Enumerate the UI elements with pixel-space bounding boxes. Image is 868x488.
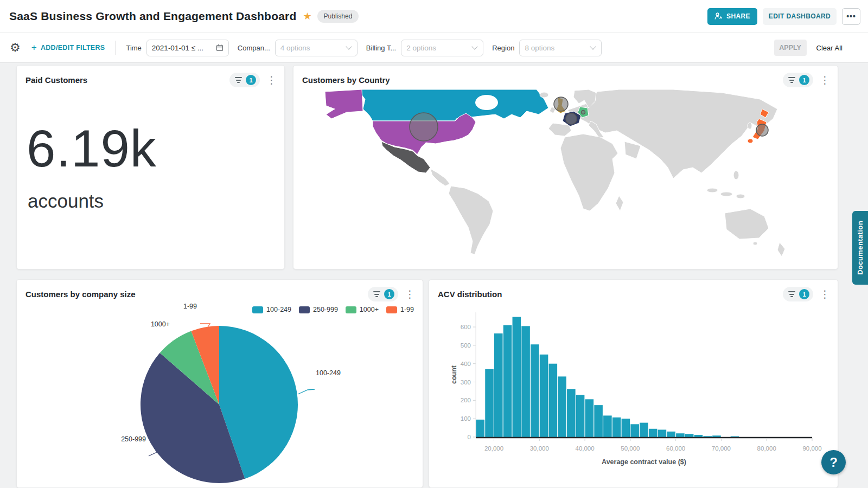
- more-options-button[interactable]: •••: [842, 8, 860, 25]
- filter-group-region: Region 8 options: [492, 40, 602, 56]
- svg-text:60,000: 60,000: [666, 445, 685, 452]
- svg-text:300: 300: [461, 379, 471, 386]
- chevron-down-icon: [346, 43, 352, 49]
- kebab-menu-icon[interactable]: ⋮: [820, 75, 830, 85]
- callout-line-100-249: [298, 389, 315, 394]
- hist-bar[interactable]: [585, 399, 594, 437]
- kebab-menu-icon[interactable]: ⋮: [820, 289, 830, 299]
- hist-bar[interactable]: [603, 415, 612, 437]
- company-filter-label: Compan...: [238, 44, 270, 52]
- indonesia-2: [720, 192, 732, 196]
- apply-button[interactable]: APPLY: [774, 40, 807, 56]
- bubble-germany[interactable]: [582, 111, 585, 114]
- hist-bar[interactable]: [640, 423, 648, 437]
- hist-bar[interactable]: [521, 326, 530, 437]
- pie-chart[interactable]: [17, 296, 424, 488]
- funnel-filter-icon: [788, 77, 795, 83]
- share-button-label: SHARE: [726, 12, 750, 20]
- widget-filter-chip[interactable]: 1: [783, 73, 813, 87]
- company-filter-value: 4 options: [280, 44, 343, 52]
- hist-bar[interactable]: [630, 424, 639, 437]
- hist-bar[interactable]: [622, 419, 630, 437]
- filter-group-company: Compan... 4 options: [238, 40, 358, 56]
- hist-bar[interactable]: [649, 429, 658, 437]
- filter-bar: ⚙ + ADD/EDIT FILTERS Time 2021-01-01 ≤ .…: [0, 33, 868, 63]
- clear-all-button[interactable]: Clear All: [816, 44, 843, 52]
- widget-filter-chip[interactable]: 1: [783, 287, 813, 301]
- hist-bar[interactable]: [731, 436, 739, 437]
- bubble-japan[interactable]: [756, 124, 768, 136]
- widget-filter-chip[interactable]: 1: [229, 73, 260, 87]
- hist-bar[interactable]: [694, 435, 703, 437]
- customers-by-company-size-card: Customers by company size 1 ⋮ 100-249250…: [16, 279, 423, 488]
- hist-bar[interactable]: [703, 436, 712, 437]
- hist-bar[interactable]: [531, 344, 539, 437]
- region-filter-label: Region: [492, 44, 514, 52]
- hist-bar[interactable]: [494, 333, 503, 437]
- hist-bar[interactable]: [667, 432, 675, 437]
- share-button[interactable]: SHARE: [707, 8, 757, 25]
- plus-icon: +: [31, 42, 37, 53]
- hist-ylabel: count: [450, 365, 458, 384]
- published-badge: Published: [317, 10, 359, 23]
- time-filter-input[interactable]: 2021-01-01 ≤ ...: [146, 40, 229, 56]
- hist-bar[interactable]: [612, 418, 621, 437]
- bubble-united-kingdom[interactable]: [554, 97, 568, 111]
- hist-bar[interactable]: [476, 420, 485, 437]
- region-filter-value: 8 options: [525, 44, 588, 52]
- filter-count-badge: 1: [799, 289, 809, 299]
- divider: [115, 41, 116, 55]
- filter-count-badge: 1: [799, 75, 809, 85]
- hist-bar[interactable]: [567, 389, 576, 437]
- hist-bar[interactable]: [712, 435, 721, 437]
- svg-text:200: 200: [461, 397, 471, 403]
- indonesia-3: [736, 194, 745, 198]
- hist-bar[interactable]: [658, 429, 667, 437]
- filter-settings-gear-icon[interactable]: ⚙: [10, 41, 21, 55]
- svg-text:20,000: 20,000: [484, 445, 503, 452]
- chevron-down-icon: [590, 43, 596, 49]
- philippines: [733, 171, 739, 179]
- hist-bar[interactable]: [576, 395, 585, 437]
- billing-filter-dropdown[interactable]: 2 options: [401, 40, 483, 56]
- country-canada: [358, 89, 548, 121]
- bubble-france[interactable]: [566, 113, 577, 124]
- paid-customers-unit: accounts: [28, 190, 284, 212]
- hist-bar[interactable]: [513, 317, 521, 437]
- hist-bar[interactable]: [676, 433, 685, 437]
- pie-label-1000plus: 1000+: [114, 320, 170, 328]
- region-filter-dropdown[interactable]: 8 options: [519, 40, 602, 56]
- time-filter-value: 2021-01-01 ≤ ...: [152, 44, 216, 52]
- hist-bar[interactable]: [485, 369, 494, 437]
- add-edit-filters-label: ADD/EDIT FILTERS: [41, 44, 105, 52]
- paid-customers-card: Paid Customers 1 ⋮ 6.19k accounts: [16, 65, 285, 269]
- svg-text:400: 400: [461, 361, 471, 367]
- favorite-star-icon[interactable]: ★: [303, 10, 311, 22]
- bubble-united-states[interactable]: [410, 113, 438, 141]
- hist-bar[interactable]: [503, 325, 512, 437]
- help-button[interactable]: ?: [821, 450, 846, 474]
- add-edit-filters-button[interactable]: + ADD/EDIT FILTERS: [31, 42, 105, 53]
- svg-text:500: 500: [461, 342, 471, 349]
- hist-bar[interactable]: [540, 355, 548, 437]
- card-title: Customers by Country: [302, 75, 390, 85]
- card-title: Paid Customers: [25, 75, 87, 85]
- hist-bar[interactable]: [549, 364, 558, 437]
- question-mark-icon: ?: [829, 455, 838, 470]
- funnel-filter-icon: [235, 77, 242, 83]
- chevron-down-icon: [472, 43, 478, 49]
- histogram-chart[interactable]: 010020030040050060020,00030,00040,00050,…: [450, 306, 829, 474]
- kebab-menu-icon[interactable]: ⋮: [266, 75, 277, 85]
- svg-text:600: 600: [461, 324, 471, 330]
- svg-text:30,000: 30,000: [530, 445, 549, 452]
- time-filter-label: Time: [126, 44, 141, 52]
- hist-bar[interactable]: [594, 405, 603, 437]
- hist-bar[interactable]: [558, 376, 566, 437]
- svg-text:0: 0: [468, 434, 471, 440]
- company-filter-dropdown[interactable]: 4 options: [275, 40, 358, 56]
- documentation-tab[interactable]: Documentation: [852, 211, 868, 285]
- share-icon: [714, 12, 723, 20]
- edit-dashboard-button[interactable]: EDIT DASHBOARD: [763, 8, 837, 25]
- world-map[interactable]: [293, 87, 838, 267]
- hist-bar[interactable]: [685, 434, 694, 437]
